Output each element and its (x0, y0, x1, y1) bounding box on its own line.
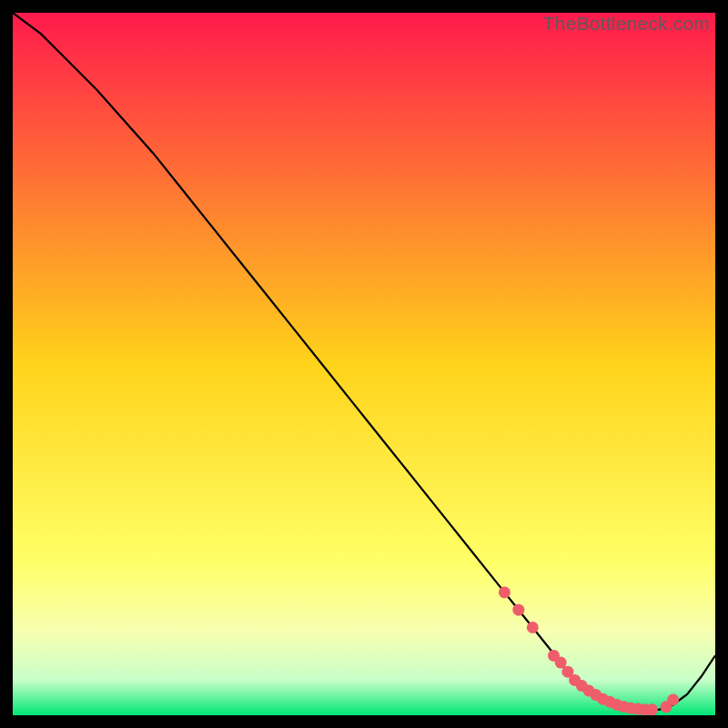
marker-dot (646, 703, 658, 715)
marker-dot (512, 604, 524, 616)
marker-dot (667, 694, 679, 706)
marker-dot (499, 586, 511, 598)
chart-frame: TheBottleneck.com (13, 13, 715, 715)
chart-background (13, 13, 715, 715)
marker-dot (527, 622, 539, 633)
chart-svg (13, 13, 715, 715)
watermark-text: TheBottleneck.com (543, 13, 710, 35)
